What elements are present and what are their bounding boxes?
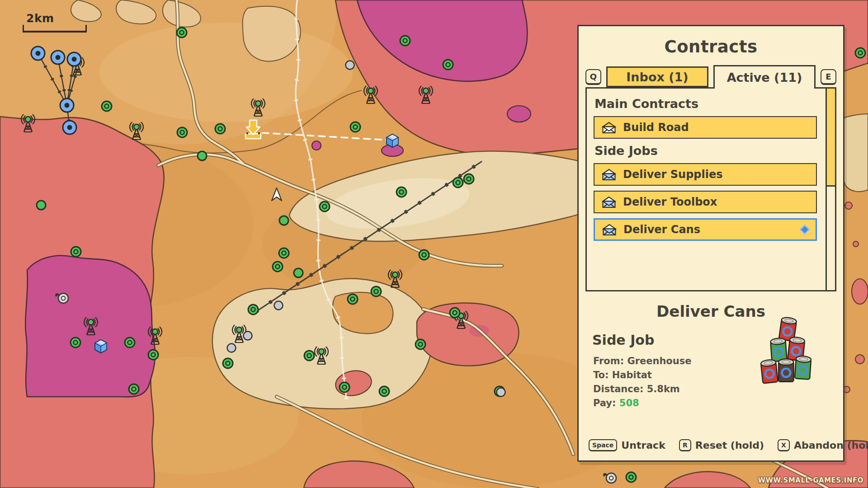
gray-dot-marker bbox=[227, 344, 236, 352]
blue-node-marker bbox=[63, 121, 76, 134]
contract-item[interactable]: Build Road bbox=[594, 116, 817, 139]
green-ring-marker bbox=[855, 48, 865, 58]
gray-dot-marker bbox=[346, 61, 354, 70]
contracts-panel: Contracts Q Inbox (1) Active (11) E Main… bbox=[577, 25, 844, 462]
cube-marker bbox=[95, 340, 107, 353]
green-ring-marker bbox=[148, 350, 158, 360]
key-r-icon[interactable]: R bbox=[679, 439, 691, 451]
key-e-icon[interactable]: E bbox=[821, 69, 836, 85]
green-ring-marker bbox=[223, 358, 233, 368]
envelope-icon bbox=[602, 196, 616, 208]
tab-row: Q Inbox (1) Active (11) E bbox=[585, 64, 836, 87]
green-ring-marker bbox=[304, 351, 314, 361]
scrollbar[interactable] bbox=[826, 87, 836, 291]
green-ring-marker bbox=[464, 174, 474, 184]
green-ring-marker bbox=[71, 247, 81, 257]
gray-dot-marker bbox=[244, 332, 252, 340]
gray-dot-marker bbox=[497, 388, 505, 397]
green-ring-marker bbox=[415, 339, 425, 349]
section-heading: Main Contracts bbox=[594, 97, 817, 111]
tab-active[interactable]: Active (11) bbox=[713, 65, 816, 89]
field-label: Pay: bbox=[593, 398, 616, 408]
green-ring-marker bbox=[450, 308, 460, 318]
green-ring-marker bbox=[340, 382, 349, 392]
scale-label: 2km bbox=[26, 12, 87, 25]
hotkey-hint[interactable]: RReset (hold) bbox=[679, 439, 764, 451]
field-value: 5.8km bbox=[647, 384, 680, 394]
green-ring-marker bbox=[125, 338, 135, 347]
green-ring-marker bbox=[348, 294, 358, 304]
field-label: Distance: bbox=[593, 384, 643, 394]
green-ring-marker bbox=[379, 386, 389, 396]
map-scale-bar: 2km bbox=[23, 12, 87, 33]
field-value: Greenhouse bbox=[627, 356, 691, 366]
green-ring-marker bbox=[350, 122, 360, 132]
envelope-icon bbox=[602, 169, 616, 181]
hint-label: Untrack bbox=[621, 440, 665, 451]
green-ring-marker bbox=[248, 305, 258, 314]
scale-bar-line bbox=[23, 25, 87, 33]
contract-item-label: Build Road bbox=[623, 121, 689, 134]
green-ring-marker bbox=[279, 248, 289, 258]
tab-inbox[interactable]: Inbox (1) bbox=[606, 66, 708, 87]
green-dot-marker bbox=[198, 151, 207, 160]
field-label: From: bbox=[593, 356, 624, 366]
hotkey-hint[interactable]: XAbandon (hold) bbox=[778, 439, 868, 451]
green-ring-marker bbox=[177, 127, 187, 137]
contract-item-label: Deliver Supplies bbox=[623, 168, 723, 181]
envelope-icon bbox=[602, 224, 617, 236]
hint-label: Abandon (hold) bbox=[794, 440, 868, 451]
green-dot-marker bbox=[294, 268, 303, 277]
contract-item[interactable]: Deliver Toolbox bbox=[594, 191, 817, 213]
panel-title: Contracts bbox=[579, 37, 843, 56]
green-ring-marker bbox=[129, 384, 139, 394]
green-ring-marker bbox=[320, 202, 330, 211]
key-q-icon[interactable]: Q bbox=[585, 69, 601, 85]
hint-label: Reset (hold) bbox=[695, 440, 764, 451]
field-value: 508 bbox=[619, 398, 639, 408]
key-space-icon[interactable]: Space bbox=[589, 439, 617, 451]
green-ring-marker bbox=[419, 250, 429, 260]
green-dot-marker bbox=[279, 216, 288, 225]
cans-illustration bbox=[757, 313, 820, 395]
green-ring-marker bbox=[371, 286, 381, 296]
green-ring-marker bbox=[177, 28, 187, 38]
green-ring-marker bbox=[400, 36, 410, 46]
contract-list: Main Contracts Build RoadSide Jobs Deliv… bbox=[585, 87, 836, 291]
green-ring-marker bbox=[215, 124, 225, 134]
field-label: To: bbox=[593, 370, 609, 380]
key-x-icon[interactable]: X bbox=[778, 439, 790, 451]
green-ring-marker bbox=[453, 178, 463, 188]
cube-marker bbox=[387, 134, 398, 147]
green-ring-marker bbox=[71, 338, 80, 347]
contract-item[interactable]: Deliver Supplies bbox=[594, 163, 817, 186]
contract-item-label: Deliver Toolbox bbox=[623, 196, 717, 208]
scrollbar-thumb[interactable] bbox=[826, 87, 836, 187]
envelope-icon bbox=[602, 122, 616, 134]
blue-node-marker bbox=[51, 51, 65, 64]
contract-item-label: Deliver Cans bbox=[623, 223, 700, 236]
contract-detail: Deliver Cans Side Job From: GreenhouseTo… bbox=[579, 291, 843, 439]
green-ring-marker bbox=[626, 472, 636, 482]
blue-node-marker bbox=[60, 99, 74, 112]
gray-dot-marker bbox=[274, 301, 283, 310]
section-heading: Side Jobs bbox=[594, 144, 817, 158]
green-dot-marker bbox=[37, 201, 46, 210]
blue-node-marker bbox=[67, 52, 81, 66]
detail-field: Pay: 508 bbox=[593, 396, 843, 410]
green-ring-marker bbox=[273, 262, 283, 272]
game-map-screen: { "map": { "scale_label": "2km", "waterm… bbox=[0, 0, 868, 488]
contract-item[interactable]: Deliver Cans bbox=[594, 218, 817, 241]
watermark: WWW.SMALL-GAMES.INFO bbox=[758, 476, 863, 484]
tracked-diamond-icon bbox=[800, 225, 810, 235]
green-ring-marker bbox=[396, 187, 406, 197]
green-ring-marker bbox=[102, 101, 112, 111]
footer-hints: SpaceUntrackRReset (hold)XAbandon (hold) bbox=[579, 439, 843, 460]
green-ring-marker bbox=[443, 60, 453, 70]
blue-node-marker bbox=[31, 47, 45, 60]
hotkey-hint[interactable]: SpaceUntrack bbox=[589, 439, 665, 451]
field-value: Habitat bbox=[612, 370, 652, 380]
